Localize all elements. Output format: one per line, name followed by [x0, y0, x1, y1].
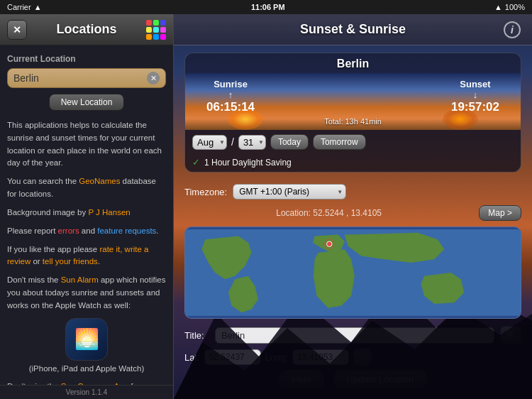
update-location-button[interactable]: Update Location — [333, 370, 428, 389]
sunrise-time: 06:15:14 — [206, 100, 255, 114]
info-text-2: You can search the GeoNames database for… — [7, 175, 166, 201]
map-area[interactable] — [184, 226, 521, 319]
timezone-select-wrap: GMT +1:00 (Paris) GMT +0:00 (London) GMT… — [233, 184, 346, 200]
day-select[interactable]: 31123 — [238, 135, 266, 150]
panel-title: Locations — [33, 22, 140, 37]
info-text-1: This applications helps to calculate the… — [7, 119, 166, 170]
world-map — [185, 227, 521, 318]
location-coords: Location: 52.5244 , 13.4105 — [184, 208, 473, 218]
title-label: Title: — [184, 330, 209, 341]
sunset-info: Sunset ↓ 19:57:02 — [451, 79, 499, 114]
sunset-label: Sunset — [451, 79, 499, 89]
author-link[interactable]: P J Hansen — [88, 208, 130, 217]
sunset-arrow: ↓ — [451, 89, 499, 100]
lat-input[interactable] — [204, 349, 261, 365]
right-panel-title: Sunset & Sunrise — [300, 22, 406, 37]
date-controls: AugJanFebMar AprMayJunJul SepOctNovDec /… — [185, 130, 521, 154]
svg-point-3 — [327, 241, 332, 246]
lat-label: Lat: — [184, 352, 200, 363]
long-input[interactable] — [292, 349, 349, 365]
status-time: 11:06 PM — [251, 3, 285, 11]
search-button[interactable]: 🔍 — [500, 326, 521, 344]
location-input[interactable] — [13, 72, 147, 84]
close-button[interactable]: ✕ — [7, 20, 27, 40]
left-header: ✕ Locations — [0, 14, 173, 45]
title-row: Title: 🔍 — [184, 326, 521, 344]
sun-alarm-caption: (iPhone, iPad and Apple Watch) — [7, 363, 166, 376]
right-header: Sunset & Sunrise i — [174, 14, 532, 45]
timezone-select[interactable]: GMT +1:00 (Paris) GMT +0:00 (London) GMT… — [233, 184, 346, 200]
left-panel: ✕ Locations Current Location ✕ New Locat… — [0, 14, 174, 399]
month-select[interactable]: AugJanFebMar AprMayJunJul SepOctNovDec — [192, 135, 227, 150]
daylight-row: ✓ 1 Hour Daylight Saving — [185, 154, 521, 172]
long-label: Long: — [265, 352, 289, 363]
daylight-check: ✓ — [192, 157, 200, 168]
new-location-button[interactable]: New Location — [49, 94, 125, 111]
sunset-time: 19:57:02 — [451, 100, 499, 114]
signal-icon: ▲ — [34, 3, 42, 11]
current-location-label: Current Location — [7, 53, 166, 65]
city-name: Berlin — [185, 53, 521, 73]
coord-row: Location: 52.5244 , 13.4105 Map > — [174, 204, 532, 224]
timezone-row: Timezone: GMT +1:00 (Paris) GMT +0:00 (L… — [174, 180, 532, 204]
action-row: Hide Update Location — [184, 370, 521, 389]
daylight-label: 1 Hour Daylight Saving — [204, 158, 292, 168]
total-daylight: Total: 13h 41min — [324, 117, 382, 126]
status-left: Carrier ▲ — [7, 3, 42, 11]
geonames-link[interactable]: GeoNames — [79, 177, 120, 185]
coord-form-row: Lat: Long: ··· — [184, 348, 521, 366]
timezone-label: Timezone: — [184, 187, 227, 197]
title-input[interactable] — [215, 327, 494, 344]
sun-visual: Sunrise ↑ 06:15:14 Sunset ↓ 19:57:02 Tot… — [185, 73, 521, 130]
more-button[interactable]: ··· — [353, 348, 372, 366]
left-content: Current Location ✕ New Location This app… — [0, 45, 173, 385]
location-icon: ▲ — [494, 3, 502, 11]
sun-alarm-text: Don't miss the Sun Alarm app which notif… — [7, 274, 166, 312]
month-select-wrap: AugJanFebMar AprMayJunJul SepOctNovDec — [192, 135, 227, 150]
info-text-4: Please report errors and feature request… — [7, 225, 166, 238]
sun-alarm-icon[interactable]: 🌅 — [65, 318, 108, 361]
grid-icon[interactable] — [146, 20, 166, 40]
day-select-wrap: 31123 — [238, 135, 266, 150]
sunrise-info: Sunrise ↑ 06:15:14 — [206, 79, 255, 114]
feature-link[interactable]: feature requests — [97, 226, 156, 235]
status-right: ▲ 100% — [494, 3, 525, 11]
sun-alarm-label: Sun Alarm — [61, 275, 99, 284]
right-panel: Sunset & Sunrise i Berlin Sunrise ↑ 06:1… — [174, 14, 532, 399]
info-text-5: If you like the app please rate it, writ… — [7, 244, 166, 269]
form-area: Title: 🔍 Lat: Long: ··· Hide Update Loca… — [174, 322, 532, 393]
errors-link[interactable]: errors — [58, 226, 79, 235]
sun-alarm-icon-area: 🌅 (iPhone, iPad and Apple Watch) — [7, 318, 166, 376]
sunrise-arrow: ↑ — [206, 89, 255, 100]
version-label: Version 1.1.4 — [0, 385, 173, 399]
today-button[interactable]: Today — [270, 134, 309, 150]
sun-card: Berlin Sunrise ↑ 06:15:14 Sunset ↓ 19:57… — [184, 53, 521, 173]
sunrise-label: Sunrise — [206, 79, 255, 89]
location-input-row: ✕ — [7, 68, 166, 88]
friends-link[interactable]: tell your friends — [43, 257, 98, 266]
status-bar: Carrier ▲ 11:06 PM ▲ 100% — [0, 0, 532, 14]
tomorrow-button[interactable]: Tomorrow — [313, 134, 366, 150]
info-text-3: Background image by P J Hansen — [7, 207, 166, 219]
date-slash: / — [231, 136, 234, 148]
map-button[interactable]: Map > — [479, 205, 521, 221]
battery-label: 100% — [505, 3, 525, 11]
hide-button[interactable]: Hide — [279, 370, 325, 389]
clear-location-button[interactable]: ✕ — [147, 72, 160, 84]
info-button[interactable]: i — [504, 21, 521, 38]
carrier-label: Carrier — [7, 3, 31, 11]
